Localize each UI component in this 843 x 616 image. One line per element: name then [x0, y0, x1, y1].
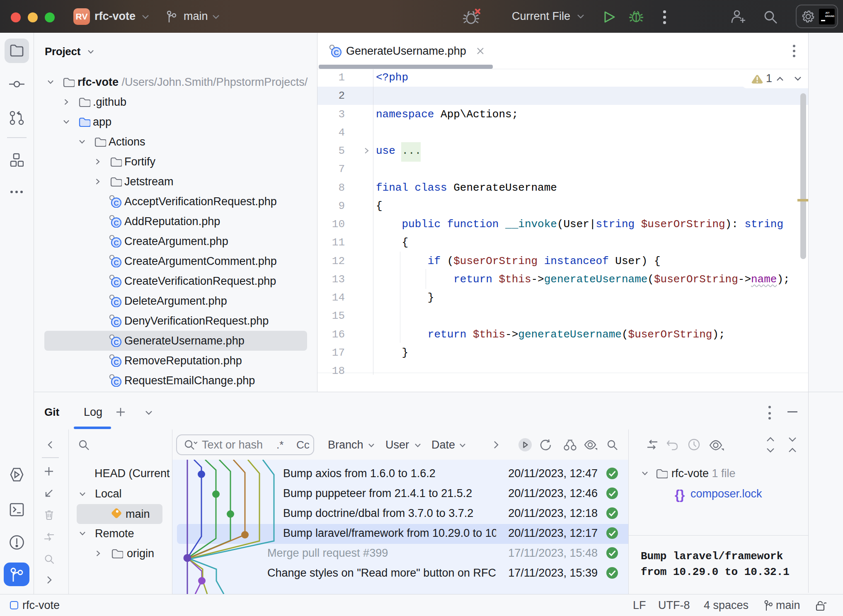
- svg-text:BRAINS: BRAINS: [825, 15, 834, 17]
- svg-text:C: C: [114, 378, 119, 386]
- svg-text:C: C: [114, 259, 119, 267]
- svg-text:C: C: [114, 299, 119, 307]
- svg-text:C: C: [114, 319, 119, 327]
- svg-text:C: C: [334, 49, 339, 57]
- svg-text:JET: JET: [825, 12, 830, 14]
- svg-text:C: C: [114, 279, 119, 287]
- svg-text:C: C: [114, 219, 119, 227]
- svg-text:C: C: [114, 359, 119, 366]
- svg-text:C: C: [114, 199, 119, 207]
- svg-text:C: C: [114, 239, 119, 247]
- svg-text:C: C: [114, 339, 119, 347]
